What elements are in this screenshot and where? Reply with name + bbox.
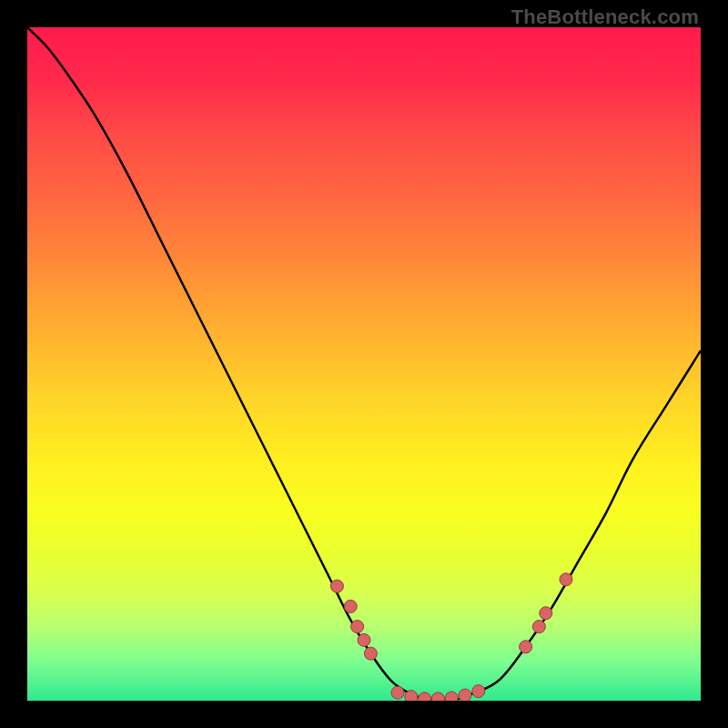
watermark-text: TheBottleneck.com [511,5,699,29]
chart-container: TheBottleneck.com [0,0,728,728]
plot-gradient-background [27,27,701,701]
